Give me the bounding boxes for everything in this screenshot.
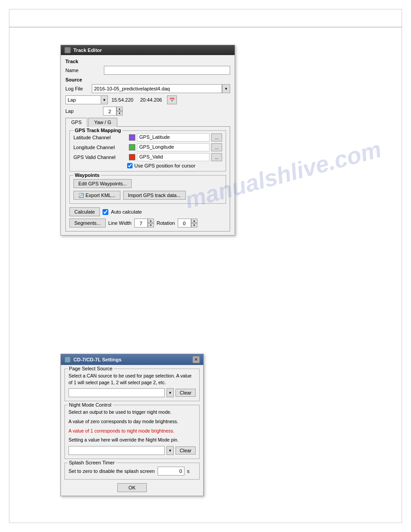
gps-tab-content: GPS Track Mapping Latitude Channel GPS_L… <box>65 126 230 232</box>
lap-time-row: Lap ▼ 15:54.220 20:44.206 📅 <box>65 95 230 104</box>
gps-valid-label: GPS Valid Channel <box>73 154 127 160</box>
longitude-label: Longitude Channel <box>73 145 127 150</box>
splash-unit: s <box>187 468 190 474</box>
page-select-dropdown-arrow[interactable]: ▼ <box>167 388 174 397</box>
rotation-spin-buttons: ▲ ▼ <box>191 219 197 227</box>
line-width-label: Line Width <box>108 220 132 226</box>
page-select-group: Page Select Source Select a CAN source t… <box>64 369 200 401</box>
calculate-btn[interactable]: Calculate <box>69 207 100 216</box>
tab-bar: GPS Yaw / G <box>65 118 230 127</box>
cd7-close-btn[interactable]: ✕ <box>193 356 200 363</box>
cd7-title-left: CD-7/CD-7L Settings <box>64 356 121 363</box>
night-mode-desc3: A value of 1 corresponds to night mode b… <box>68 428 196 434</box>
page-select-title: Page Select Source <box>68 366 114 371</box>
page-select-desc: Select a CAN source to be used for page … <box>68 373 196 386</box>
source-section-label: Source <box>65 77 230 82</box>
segments-btn[interactable]: Segments... <box>69 219 106 227</box>
rotation-down[interactable]: ▼ <box>191 223 197 227</box>
line-width-spin: 7 ▲ ▼ <box>134 219 154 227</box>
calendar-btn[interactable]: 📅 <box>167 95 177 104</box>
lap-spin-value: 2 <box>103 107 116 116</box>
gps-group-title: GPS Track Mapping <box>73 128 122 133</box>
log-file-value: 2016-10-05_predictivelaptest4.daq <box>94 86 170 91</box>
lap-num-row: Lap 2 ▲ ▼ <box>65 107 230 116</box>
ok-row: OK <box>64 483 200 492</box>
cd7-settings-window: CD-7/CD-7L Settings ✕ Page Select Source… <box>60 354 204 496</box>
night-mode-row: ▼ Clear <box>68 446 196 455</box>
latitude-color-swatch <box>129 134 135 141</box>
longitude-channel: GPS_Longitude <box>137 143 210 151</box>
latitude-channel: GPS_Latitude <box>137 133 210 142</box>
tab-gps[interactable]: GPS <box>65 118 87 127</box>
titlebar-icon <box>64 47 71 53</box>
night-mode-group: Night Mode Control Select an output to b… <box>64 405 200 459</box>
waypoints-group: Waypoints Edit GPS Waypoints... 🔄 Export… <box>69 175 226 204</box>
lap-dropdown-value: Lap <box>68 97 76 103</box>
export-kml-btn[interactable]: 🔄 Export KML... <box>73 191 120 200</box>
gps-valid-browse-btn[interactable]: ... <box>211 153 222 161</box>
longitude-row: Longitude Channel GPS_Longitude ... <box>73 143 222 151</box>
cd7-title: CD-7/CD-7L Settings <box>73 357 121 362</box>
latitude-row: Latitude Channel GPS_Latitude ... <box>73 133 222 142</box>
latitude-browse-btn[interactable]: ... <box>211 133 222 142</box>
splash-desc: Set to zero to disable the splash screen <box>68 468 155 474</box>
page-select-row: ▼ Clear <box>68 388 196 397</box>
tab-yaw[interactable]: Yaw / G <box>88 118 117 127</box>
lap-spin-down[interactable]: ▼ <box>116 111 123 116</box>
rotation-value: 0 <box>178 219 191 227</box>
longitude-browse-btn[interactable]: ... <box>211 143 222 151</box>
lap-dropdown-arrow[interactable]: ▼ <box>101 95 108 104</box>
line-width-value: 7 <box>134 219 148 227</box>
log-file-label: Log File <box>65 86 90 91</box>
import-gps-btn[interactable]: Import GPS track data... <box>123 191 186 200</box>
waypoints-title: Waypoints <box>73 172 101 178</box>
track-editor-window: Track Editor Track Name Source Log File … <box>60 45 235 236</box>
night-mode-desc2: A value of zero corresponds to day mode … <box>68 418 196 425</box>
line-width-spin-buttons: ▲ ▼ <box>148 219 154 227</box>
page-select-clear-btn[interactable]: Clear <box>176 389 196 397</box>
gps-valid-row: GPS Valid Channel GPS_Valid ... <box>73 153 222 161</box>
rotation-up[interactable]: ▲ <box>191 219 197 223</box>
splash-row: Set to zero to disable the splash screen… <box>68 467 196 476</box>
rotation-label: Rotation <box>157 220 175 226</box>
night-mode-desc4: Setting a value here will override the N… <box>68 437 196 443</box>
lap-label: Lap <box>65 108 101 114</box>
lap-spin-up[interactable]: ▲ <box>116 107 123 111</box>
track-editor-title: Track Editor <box>73 47 102 53</box>
segments-row: Segments... Line Width 7 ▲ ▼ Rotation 0 … <box>69 219 226 227</box>
auto-calculate-checkbox[interactable] <box>103 209 108 215</box>
auto-calculate-label: Auto calculate <box>111 209 142 215</box>
line-width-up[interactable]: ▲ <box>148 219 154 223</box>
use-gps-checkbox[interactable] <box>127 163 133 168</box>
gps-valid-color-swatch <box>129 154 135 160</box>
latitude-label: Latitude Channel <box>73 135 127 140</box>
log-file-row: Log File 2016-10-05_predictivelaptest4.d… <box>65 84 230 93</box>
splash-title: Splash Screen Timer <box>68 460 116 465</box>
cd7-titlebar: CD-7/CD-7L Settings ✕ <box>61 354 203 365</box>
rotation-spin: 0 ▲ ▼ <box>178 219 197 227</box>
lap-spin-buttons: ▲ ▼ <box>116 107 123 116</box>
name-row: Name <box>65 66 230 75</box>
ok-btn[interactable]: OK <box>117 483 147 492</box>
night-mode-clear-btn[interactable]: Clear <box>176 446 196 455</box>
lap-spin-control: 2 ▲ ▼ <box>103 107 123 116</box>
time-end: 20:44.206 <box>138 97 165 103</box>
use-gps-row: Use GPS position for cursor <box>73 163 222 168</box>
calculate-row: Calculate Auto calculate <box>69 207 226 216</box>
export-import-row: 🔄 Export KML... Import GPS track data... <box>73 191 222 200</box>
log-file-dropdown-btn[interactable]: ▼ <box>222 84 230 93</box>
use-gps-label: Use GPS position for cursor <box>134 163 195 168</box>
cd7-titlebar-icon <box>64 356 71 363</box>
night-mode-dropdown-arrow[interactable]: ▼ <box>167 446 174 455</box>
track-section-label: Track <box>65 59 230 64</box>
lap-dropdown-wrapper: Lap ▼ <box>65 95 108 104</box>
time-start: 15:54.220 <box>110 97 137 103</box>
longitude-color-swatch <box>129 144 135 150</box>
edit-waypoints-btn[interactable]: Edit GPS Waypoints... <box>73 179 132 188</box>
splash-group: Splash Screen Timer Set to zero to disab… <box>64 463 200 480</box>
splash-input[interactable] <box>158 467 184 476</box>
name-input[interactable] <box>104 66 230 75</box>
line-width-down[interactable]: ▼ <box>148 223 154 227</box>
night-mode-desc1: Select an output to be used to trigger n… <box>68 409 196 416</box>
gps-track-mapping-group: GPS Track Mapping Latitude Channel GPS_L… <box>69 130 226 172</box>
